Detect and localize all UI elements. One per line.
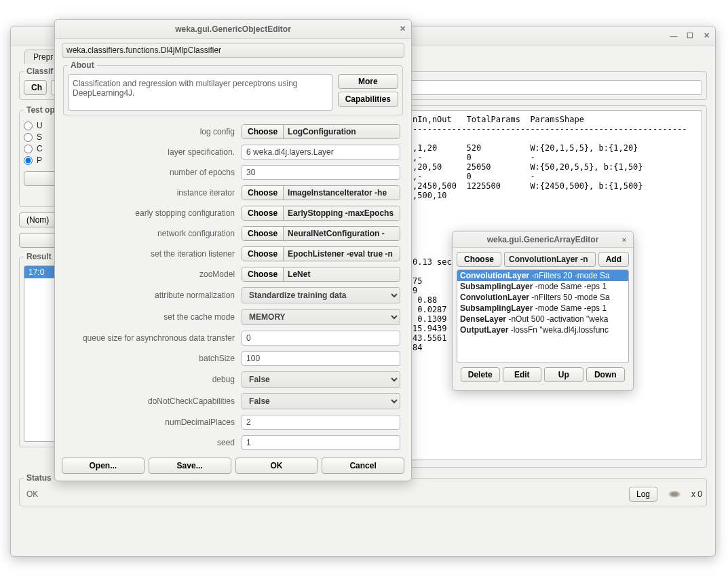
choose-button[interactable]: Choose [242, 247, 284, 261]
close-icon[interactable]: ✕ [702, 31, 711, 41]
gae-delete-button[interactable]: Delete [461, 367, 500, 382]
layer-list-item[interactable]: OutputLayer -lossFn "weka.dl4j.lossfunc [457, 324, 628, 335]
gae-choose-button[interactable]: Choose [457, 252, 501, 267]
open-button[interactable]: Open... [62, 458, 145, 474]
close-icon[interactable]: ✕ [398, 24, 407, 34]
param-label: early stopping configuration [63, 204, 237, 223]
classifier-legend: Classif [24, 67, 56, 76]
param-label: layer specification. [63, 143, 237, 162]
param-chooser[interactable]: Choose EarlyStopping -maxEpochs [242, 206, 400, 221]
layer-list-item[interactable]: SubsamplingLayer -mode Same -eps 1 [457, 281, 628, 292]
param-input[interactable] [242, 435, 400, 450]
param-label: set the iteration listener [63, 244, 237, 263]
log-button[interactable]: Log [629, 487, 657, 502]
layer-list-item[interactable]: SubsamplingLayer -mode Same -eps 1 [457, 303, 628, 314]
param-label: queue size for asynchronous data transfe… [63, 329, 237, 348]
param-label: network configuration [63, 224, 237, 243]
radio-label: S [37, 132, 42, 142]
param-value[interactable]: LeNet [284, 267, 400, 281]
param-chooser[interactable]: Choose EpochListener -eval true -n [242, 246, 400, 261]
cancel-button[interactable]: Cancel [322, 458, 404, 474]
choose-button[interactable]: Choose [242, 125, 284, 138]
more-button[interactable]: More [338, 74, 398, 89]
status-text: OK [24, 487, 625, 501]
gae-titlebar: weka.gui.GenericArrayEditor × [453, 231, 633, 248]
gae-up-button[interactable]: Up [544, 367, 583, 382]
generic-array-editor-window: weka.gui.GenericArrayEditor × Choose Con… [452, 231, 634, 391]
test-options-legend: Test op [24, 105, 58, 115]
param-chooser[interactable]: Choose NeuralNetConfiguration - [242, 226, 400, 241]
choose-button[interactable]: Choose [242, 227, 284, 240]
radio-input[interactable] [24, 156, 33, 165]
param-select[interactable]: False [242, 371, 400, 388]
save-button[interactable]: Save... [149, 458, 231, 474]
param-select[interactable]: MEMORY [242, 309, 400, 325]
radio-label: P [37, 155, 42, 165]
choose-button[interactable]: Choose [242, 186, 284, 200]
layer-list-item[interactable]: ConvolutionLayer -nFilters 50 -mode Sa [457, 292, 628, 303]
param-label: batchSize [63, 349, 237, 368]
gae-add-button[interactable]: Add [598, 252, 629, 267]
gae-layer-list[interactable]: ConvolutionLayer -nFilters 20 -mode SaSu… [457, 269, 629, 363]
log-count: x 0 [691, 489, 702, 499]
layer-list-item[interactable]: DenseLayer -nOut 500 -activation "weka [457, 314, 628, 324]
result-list-legend: Result [24, 252, 54, 261]
param-label: debug [63, 369, 237, 390]
radio-input[interactable] [24, 133, 33, 142]
param-label: attribute normalization [63, 285, 237, 305]
about-fieldset: About Classification and regression with… [63, 60, 403, 115]
close-icon[interactable]: × [619, 235, 629, 244]
maximize-icon[interactable]: ☐ [685, 31, 695, 41]
layer-list-item[interactable]: ConvolutionLayer -nFilters 20 -mode Sa [457, 270, 628, 281]
param-label: numDecimalPlaces [63, 413, 237, 432]
radio-input[interactable] [24, 122, 33, 130]
param-label: doNotCheckCapabilities [63, 391, 237, 411]
goe-class-path[interactable]: weka.classifiers.functions.Dl4jMlpClassi… [62, 43, 404, 58]
param-chooser[interactable]: Choose ImageInstanceIterator -he [242, 185, 400, 200]
param-chooser[interactable]: Choose LogConfiguration [242, 124, 400, 139]
choose-button[interactable]: Choose [242, 206, 284, 220]
gae-down-button[interactable]: Down [586, 367, 626, 382]
param-chooser[interactable]: Choose LeNet [242, 267, 400, 282]
param-value[interactable]: EarlyStopping -maxEpochs [284, 206, 400, 220]
minimize-icon[interactable]: — [669, 31, 678, 41]
param-input[interactable] [242, 165, 400, 180]
goe-titlebar: weka.gui.GenericObjectEditor ✕ [55, 20, 411, 39]
param-input[interactable] [242, 415, 400, 430]
param-label: log config [63, 122, 237, 141]
radio-label: U [37, 121, 43, 130]
gae-title: weka.gui.GenericArrayEditor [487, 235, 599, 244]
param-label: zooModel [63, 265, 237, 284]
gae-current-value[interactable]: ConvolutionLayer -n [504, 252, 596, 267]
gae-edit-button[interactable]: Edit [503, 367, 542, 382]
param-label: set the cache mode [63, 307, 237, 327]
param-input[interactable] [242, 351, 400, 366]
param-label: number of epochs [63, 163, 237, 182]
param-label: seed [63, 433, 237, 452]
ok-button[interactable]: OK [235, 458, 318, 474]
choose-classifier-button[interactable]: Ch [24, 80, 47, 95]
param-select[interactable]: False [242, 393, 400, 409]
param-value[interactable]: NeuralNetConfiguration - [284, 227, 400, 240]
about-legend: About [68, 60, 97, 70]
param-input[interactable] [242, 145, 400, 160]
param-select[interactable]: Standardize training data [242, 287, 400, 303]
about-text: Classification and regression with multi… [68, 74, 332, 111]
choose-button[interactable]: Choose [242, 267, 284, 281]
param-input[interactable] [242, 331, 400, 346]
param-value[interactable]: LogConfiguration [284, 125, 400, 138]
nom-class-button[interactable]: (Nom) [19, 212, 56, 227]
goe-title: weka.gui.GenericObjectEditor [175, 24, 291, 34]
radio-input[interactable] [24, 145, 33, 153]
param-value[interactable]: ImageInstanceIterator -he [284, 186, 400, 200]
status-legend: Status [24, 473, 54, 483]
param-value[interactable]: EpochListener -eval true -n [284, 247, 400, 261]
radio-label: C [37, 144, 43, 153]
weka-bird-icon [664, 487, 685, 501]
capabilities-button[interactable]: Capabilities [338, 92, 398, 107]
generic-object-editor-window: weka.gui.GenericObjectEditor ✕ weka.clas… [54, 19, 412, 481]
param-label: instance iterator [63, 183, 237, 202]
